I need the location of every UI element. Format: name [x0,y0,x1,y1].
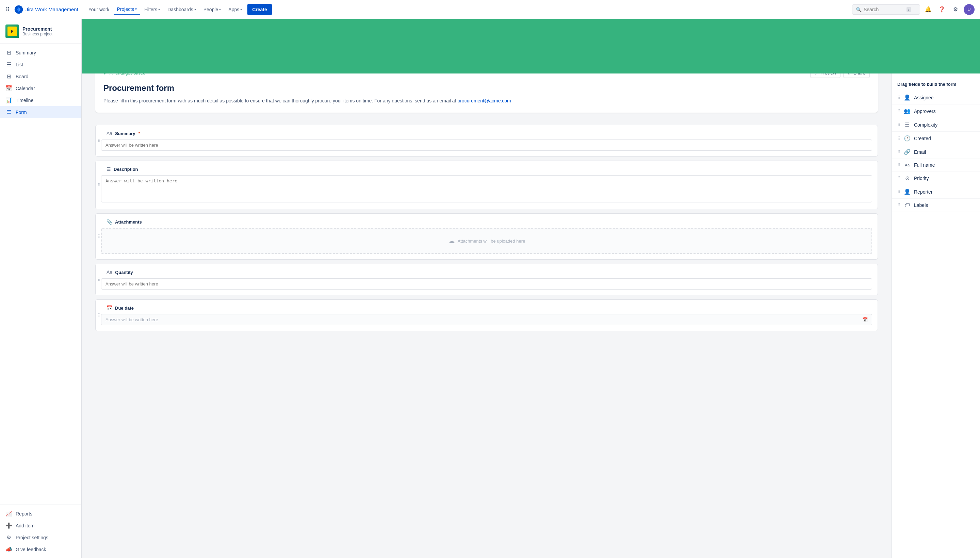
summary-icon: ⊟ [5,49,12,56]
sidebar-project: P Procurement Business project [0,19,81,44]
drag-handle-summary[interactable]: ⠿ [98,138,101,143]
labels-icon: 🏷 [904,202,911,208]
grid-icon[interactable]: ⠿ [5,6,10,13]
project-name: Procurement [23,26,53,32]
drag-handle-attachments[interactable]: ⠿ [98,234,101,239]
quantity-field-input[interactable] [101,278,872,290]
reporter-icon: 👤 [904,189,911,195]
sidebar-item-reports[interactable]: 📈 Reports [0,508,81,520]
preview-button[interactable]: ↗ Preview [810,74,840,78]
nav-your-work[interactable]: Your work [85,5,113,14]
search-box[interactable]: 🔍 / [852,5,920,15]
right-panel-item-assignee[interactable]: ⠿ 👤 Assignee [892,91,980,105]
sidebar-item-project-settings[interactable]: ⚙ Project settings [0,532,81,543]
drag-handle-due-date[interactable]: ⠿ [98,313,101,318]
nav-people[interactable]: People ▾ [200,5,225,14]
sidebar-item-summary[interactable]: ⊟ Summary [0,47,81,59]
drag-icon-email: ⠿ [897,150,900,154]
right-panel-item-created[interactable]: ⠿ 🕐 Created [892,132,980,145]
form-header-card: ✓ All changes saved ↗ Preview ⤢ Share [95,74,878,113]
drag-handle-quantity[interactable]: ⠿ [98,277,101,282]
main-banner [82,19,980,74]
right-panel-item-labels[interactable]: ⠿ 🏷 Labels [892,199,980,212]
app-layout: P Procurement Business project ⊟ Summary… [0,19,980,558]
nav-projects[interactable]: Projects ▾ [114,5,141,15]
people-chevron-icon: ▾ [219,8,221,11]
topnav-links: Your work Projects ▾ Filters ▾ Dashboard… [85,4,849,15]
create-button[interactable]: Create [247,4,272,15]
reports-icon: 📈 [5,510,12,517]
sidebar-item-give-feedback[interactable]: 📣 Give feedback [0,543,81,555]
main: ✓ All changes saved ↗ Preview ⤢ Share [82,19,980,558]
calendar-picker-icon[interactable]: 📅 [862,317,868,322]
right-panel-item-complexity[interactable]: ⠿ ☰ Complexity [892,118,980,132]
help-button[interactable]: ❓ [936,4,947,15]
board-icon: ⊞ [5,73,12,80]
sidebar-item-form[interactable]: ☰ Form [0,106,81,118]
drag-icon-reporter: ⠿ [897,190,900,194]
avatar[interactable]: U [964,4,975,15]
form-card-header: ✓ All changes saved ↗ Preview ⤢ Share [103,74,870,78]
drag-icon-assignee: ⠿ [897,95,900,100]
required-marker: * [138,131,140,136]
drag-handle-description[interactable]: ⠿ [98,183,101,187]
nav-filters[interactable]: Filters ▾ [141,5,163,14]
sidebar-item-list[interactable]: ☰ List [0,59,81,71]
nav-apps[interactable]: Apps ▾ [225,5,245,14]
settings-button[interactable]: ⚙ [950,4,961,15]
sidebar-item-timeline[interactable]: 📊 Timeline [0,94,81,106]
search-icon: 🔍 [856,7,862,12]
sidebar-item-board[interactable]: ⊞ Board [0,71,81,82]
approvers-icon: 👥 [904,108,911,114]
right-panel-item-fullname[interactable]: ⠿ Aa Full name [892,159,980,171]
add-item-icon: ➕ [5,522,12,529]
notifications-button[interactable]: 🔔 [923,4,934,15]
sidebar-item-label: Timeline [16,98,33,103]
search-shortcut: / [906,7,911,12]
main-content: ✓ All changes saved ↗ Preview ⤢ Share [82,74,980,558]
quantity-field-label: Quantity [115,270,133,275]
give-feedback-icon: 📣 [5,546,12,553]
calendar-icon: 📅 [5,85,12,92]
created-icon: 🕐 [904,135,911,141]
form-email-link[interactable]: procurement@acme.com [457,98,511,103]
sidebar-item-label: Form [16,110,27,115]
project-settings-icon: ⚙ [5,534,12,541]
summary-field-label: Summary [115,131,135,136]
attachments-field-icon: 📎 [107,219,112,225]
right-panel-item-label: Email [914,149,926,155]
due-date-field-icon: 📅 [107,305,112,311]
sidebar-item-add-item[interactable]: ➕ Add item [0,520,81,532]
form-icon: ☰ [5,109,12,115]
due-date-field-input[interactable]: Answer will be written here 📅 [101,314,872,325]
right-panel-item-label: Full name [914,162,935,168]
right-panel-item-reporter[interactable]: ⠿ 👤 Reporter [892,185,980,199]
sidebar-item-calendar[interactable]: 📅 Calendar [0,82,81,94]
upload-icon: ☁ [448,237,455,245]
right-panel-item-approvers[interactable]: ⠿ 👥 Approvers [892,105,980,118]
apps-chevron-icon: ▾ [240,8,242,11]
description-field-icon: ☰ [107,166,111,172]
right-panel-title: Drag fields to build the form [892,79,980,91]
description-field-input[interactable] [101,175,872,202]
search-input[interactable] [863,7,904,12]
list-icon: ☰ [5,61,12,68]
form-saved-status: ✓ All changes saved [103,74,146,76]
logo[interactable]: Jira Work Management [14,5,78,14]
upload-text: Attachments will be uploaded here [458,238,525,244]
attachments-field-label: Attachments [115,220,142,225]
right-panel-item-label: Complexity [914,122,937,128]
drag-icon-complexity: ⠿ [897,123,900,127]
nav-dashboards[interactable]: Dashboards ▾ [164,5,199,14]
fullname-icon: Aa [904,163,911,167]
right-panel-item-email[interactable]: ⠿ 🔗 Email [892,145,980,159]
share-button[interactable]: ⤢ Share [843,74,870,78]
drag-icon-priority: ⠿ [897,176,900,181]
right-panel-item-priority[interactable]: ⠿ ⊙ Priority [892,171,980,185]
checkmark-icon: ✓ [103,74,108,76]
summary-field-input[interactable] [101,140,872,151]
field-description: ⠿ ☰ Description [95,161,878,209]
sidebar: P Procurement Business project ⊟ Summary… [0,19,82,558]
attachments-upload-area[interactable]: ☁ Attachments will be uploaded here [101,228,872,254]
topnav-right: 🔍 / 🔔 ❓ ⚙ U [852,4,975,15]
